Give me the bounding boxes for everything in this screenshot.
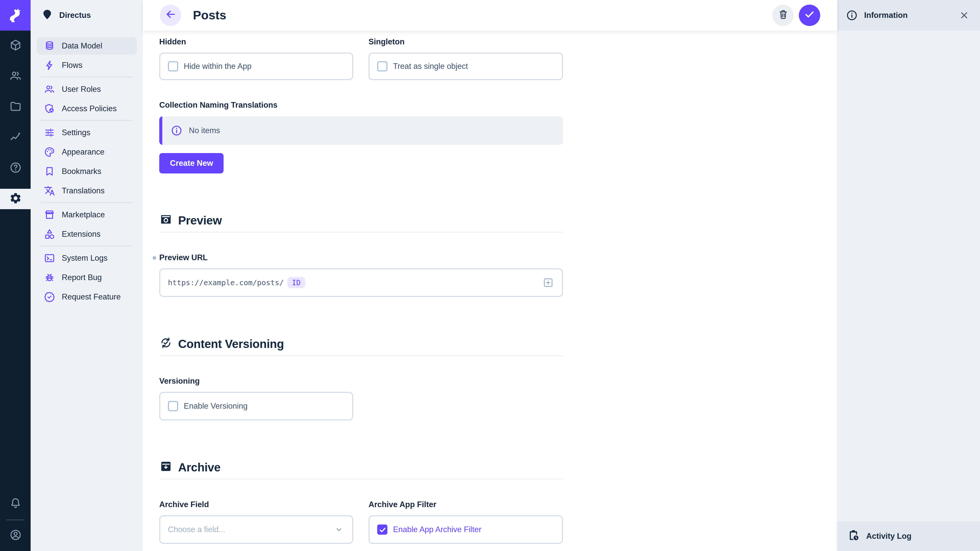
module-settings[interactable]: [0, 184, 30, 214]
sidebar-item-system-logs[interactable]: System Logs: [37, 249, 137, 267]
sidebar-title: Information: [864, 11, 959, 20]
close-icon[interactable]: [959, 10, 970, 21]
create-new-button[interactable]: Create New: [159, 153, 224, 173]
checkbox-unchecked[interactable]: [377, 61, 387, 71]
section-archive: Archive Archive Field Choose a field...: [159, 460, 563, 544]
palette-icon: [44, 146, 55, 158]
module-help[interactable]: [0, 153, 30, 184]
module-users[interactable]: [0, 61, 30, 92]
sidebar-item-report-bug[interactable]: Report Bug: [37, 269, 137, 286]
preview-icon: [159, 213, 172, 228]
add-box-icon[interactable]: [542, 276, 554, 289]
empty-state-text: No items: [189, 126, 220, 135]
pin-icon: [41, 8, 53, 22]
archive-field-select[interactable]: Choose a field...: [159, 515, 353, 544]
field-archive-app-filter: Archive App Filter Enable App Archive Fi…: [369, 500, 563, 544]
hidden-checkbox-field[interactable]: Hide within the App: [159, 52, 353, 80]
section-divider: [159, 355, 563, 356]
project-header[interactable]: Directus: [30, 0, 143, 30]
sidebar-item-label: Translations: [62, 186, 105, 195]
sidebar-item-settings[interactable]: Settings: [37, 124, 137, 141]
checkbox-checked[interactable]: [377, 524, 387, 535]
notifications-button[interactable]: [0, 489, 30, 519]
box-icon: [9, 38, 22, 53]
field-label: Archive Field: [159, 500, 353, 509]
nav-divider: [41, 202, 133, 203]
sidebar-item-flows[interactable]: Flows: [37, 57, 137, 74]
section-divider: [159, 478, 563, 480]
main-area: Posts: [143, 0, 837, 551]
module-insights[interactable]: [0, 122, 30, 153]
sidebar-item-translations[interactable]: Translations: [37, 182, 137, 200]
activity-log-button[interactable]: Activity Log: [837, 521, 980, 551]
sidebar-item-label: Report Bug: [62, 273, 102, 282]
section-preview: Preview Preview URL https://example.com/…: [159, 213, 563, 297]
field-naming-translations: Collection Naming Translations No items …: [159, 100, 563, 173]
id-field-chip[interactable]: ID: [287, 277, 305, 288]
delete-button[interactable]: [772, 5, 794, 26]
activity-log-label: Activity Log: [866, 532, 912, 541]
preview-url-input[interactable]: https://example.com/posts/ ID: [159, 268, 563, 297]
select-placeholder: Choose a field...: [168, 525, 333, 534]
edited-dot: [153, 256, 156, 260]
section-content-versioning: Content Versioning Versioning Enable Ver…: [159, 337, 563, 421]
collection-settings-form: Hidden Hide within the App Singleton Tre…: [159, 37, 563, 544]
save-button[interactable]: [799, 5, 820, 26]
versioning-icon: [159, 336, 172, 351]
field-label: Preview URL: [159, 253, 563, 262]
archive-filter-checkbox-field[interactable]: Enable App Archive Filter: [369, 515, 563, 544]
bolt-icon: [44, 60, 55, 71]
info-icon: [170, 124, 183, 137]
sidebar-item-label: Flows: [62, 61, 83, 70]
nav-list: Data Model Flows User Roles: [30, 30, 143, 314]
checkbox-unchecked[interactable]: [168, 61, 178, 71]
back-button[interactable]: [160, 5, 181, 26]
sidebar-item-user-roles[interactable]: User Roles: [37, 81, 137, 98]
sidebar-item-appearance[interactable]: Appearance: [37, 143, 137, 161]
archive-fields-row: Archive Field Choose a field...: [159, 500, 563, 544]
module-bar-bottom: [0, 489, 30, 551]
section-heading: Content Versioning: [159, 337, 563, 351]
users-icon: [44, 84, 55, 95]
field-label: Archive App Filter: [369, 500, 563, 509]
bug-icon: [44, 272, 55, 283]
sidebar-item-label: User Roles: [62, 85, 101, 94]
sidebar-item-extensions[interactable]: Extensions: [37, 225, 137, 243]
singleton-checkbox-field[interactable]: Treat as single object: [369, 52, 563, 80]
folder-icon: [9, 100, 22, 114]
checkbox-unchecked[interactable]: [168, 401, 178, 411]
no-items-notice: No items: [159, 116, 563, 145]
sidebar-item-access-policies[interactable]: Access Policies: [37, 100, 137, 118]
gear-icon: [9, 192, 22, 206]
directus-logo[interactable]: [0, 0, 30, 30]
field-singleton: Singleton Treat as single object: [369, 37, 563, 80]
sidebar-item-label: Settings: [62, 128, 90, 137]
field-archive-field: Archive Field Choose a field...: [159, 500, 353, 544]
module-files[interactable]: [0, 92, 30, 122]
people-icon: [9, 69, 22, 84]
help-icon: [9, 161, 22, 176]
terminal-icon: [44, 252, 55, 264]
sidebar-item-data-model[interactable]: Data Model: [37, 37, 137, 55]
chevron-down-icon: [333, 524, 345, 535]
verified-icon: [44, 291, 55, 303]
sidebar-item-bookmarks[interactable]: Bookmarks: [37, 163, 137, 180]
account-button[interactable]: [0, 520, 30, 551]
module-content[interactable]: [0, 30, 30, 61]
page-header: Posts: [143, 0, 837, 30]
preview-url-value: https://example.com/posts/ ID: [168, 277, 542, 288]
info-sidebar-header[interactable]: Information: [837, 0, 980, 30]
versioning-checkbox-field[interactable]: Enable Versioning: [159, 392, 353, 421]
nav-divider: [41, 120, 133, 121]
info-sidebar-body: [837, 30, 980, 521]
field-label: Singleton: [369, 37, 563, 46]
field-versioning: Versioning Enable Versioning: [159, 376, 353, 421]
sidebar-item-request-feature[interactable]: Request Feature: [37, 288, 137, 306]
check-icon: [803, 8, 816, 22]
sidebar-item-marketplace[interactable]: Marketplace: [37, 206, 137, 224]
sidebar-item-label: Extensions: [62, 230, 100, 239]
section-heading: Preview: [159, 213, 563, 227]
settings-form-scroll[interactable]: Hidden Hide within the App Singleton Tre…: [143, 30, 837, 551]
nav-divider: [41, 245, 133, 246]
info-icon: [846, 9, 858, 21]
